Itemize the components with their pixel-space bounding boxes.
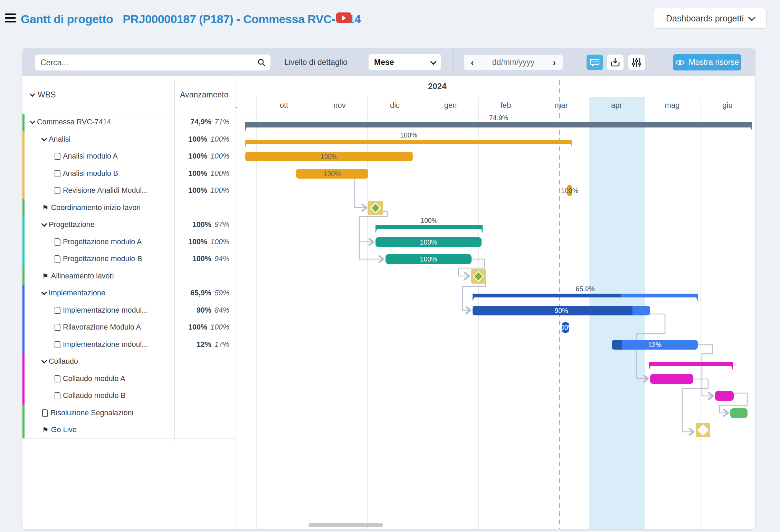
document-icon [42, 409, 48, 417]
project-title: PRJ00000187 (P187) - Commessa RVC-7414 [123, 12, 361, 26]
wbs-row[interactable]: Commessa RVC-741474,9%71% [22, 114, 236, 131]
milestone-diamond-icon [473, 270, 484, 282]
task-bar[interactable] [730, 408, 748, 418]
app-title: Gantt di progetto [21, 12, 113, 26]
task-bar[interactable]: 90% [473, 306, 650, 315]
progress-values: 100%100% [188, 182, 229, 199]
wbs-column-header[interactable]: WBS [30, 76, 56, 114]
wbs-row[interactable]: Collaudo modulo A [22, 370, 236, 388]
month-gridline [312, 97, 313, 529]
progress-values: 100%100% [188, 131, 229, 148]
progress-planned: 59% [215, 289, 229, 297]
milestone-marker[interactable] [368, 201, 383, 215]
wbs-row[interactable]: Revisione Analidi Modul...100%100% [22, 182, 236, 199]
row-color-strip [22, 302, 25, 319]
wbs-row[interactable]: ⚑Coordinamento inizio lavori [22, 199, 236, 217]
row-color-strip [22, 353, 25, 370]
wbs-row[interactable]: Progettazione100%97% [22, 216, 236, 234]
gantt-chart: 2024 setottnovdicgenfebmaraprmaggiu 74.9… [236, 76, 755, 529]
task-bar[interactable]: 12% [612, 340, 698, 350]
bar-percent-label: 12% [612, 340, 698, 350]
search-input[interactable] [35, 55, 270, 70]
wbs-row[interactable]: Analisi100%100% [22, 131, 236, 148]
menu-icon[interactable] [5, 13, 16, 23]
wbs-panel-header: WBS Avanzamento [22, 76, 236, 114]
document-icon [55, 392, 60, 399]
milestone-marker[interactable] [696, 423, 710, 437]
wbs-row[interactable]: Progettazione modulo A100%100% [22, 234, 236, 251]
task-bar[interactable] [715, 391, 734, 401]
task-bar[interactable]: 100% [296, 169, 368, 179]
chevron-down-icon [430, 58, 436, 65]
date-input[interactable]: dd/mm/yyyy [492, 58, 535, 67]
wbs-row[interactable]: Implementazione mdoul...12%17% [22, 336, 236, 353]
wbs-row[interactable]: Rilavorazione Modulo A100%100% [22, 319, 236, 336]
wbs-row[interactable]: Collaudo [22, 353, 236, 370]
summary-bar[interactable] [375, 225, 483, 233]
wbs-row[interactable]: Risoluzione Segnalazioni [22, 405, 236, 422]
show-resources-button[interactable]: Mostra risorse [673, 54, 741, 70]
row-color-strip [22, 148, 25, 165]
bar-percent-label: 100% [384, 131, 433, 139]
summary-bar[interactable] [245, 122, 752, 131]
progress-actual: 74,9% [190, 118, 211, 126]
bar-percent-label: 100% [296, 169, 368, 179]
toolbar-separator [658, 48, 658, 76]
youtube-icon[interactable] [336, 12, 351, 23]
date-navigator: ‹ dd/mm/yyyy › [464, 55, 563, 70]
task-bar[interactable] [650, 374, 693, 384]
year-boundary-line [423, 76, 424, 97]
milestone-marker[interactable] [471, 269, 486, 284]
chevron-down-icon [30, 91, 35, 97]
export-button[interactable] [607, 55, 624, 70]
toolbar-separator [453, 48, 454, 76]
summary-bar[interactable] [245, 140, 572, 148]
row-label: Analisi modulo A [55, 148, 118, 165]
task-bar[interactable]: 100% [386, 254, 472, 264]
bar-percent-label: 90% [473, 306, 650, 315]
progress-planned: 17% [215, 340, 229, 349]
summary-bar[interactable] [649, 362, 733, 370]
row-label: Implementazione modul... [55, 302, 148, 319]
task-bar[interactable]: 100% [375, 237, 482, 247]
wbs-row[interactable]: Analisi modulo B100%100% [22, 165, 236, 182]
document-icon [55, 307, 60, 314]
header-divider [22, 114, 236, 114]
month-label: apr [598, 97, 636, 114]
row-color-strip [22, 421, 25, 439]
row-color-strip [22, 234, 25, 251]
row-color-strip [22, 165, 25, 182]
summary-bar[interactable] [473, 294, 698, 301]
row-color-strip [22, 216, 25, 234]
task-bar[interactable]: 100% [245, 152, 413, 161]
wbs-row[interactable]: ⚑Go Live [22, 421, 236, 439]
wbs-row[interactable]: Collaudo modulo B [22, 387, 236, 405]
month-gridline [700, 97, 701, 529]
chevron-down-icon [748, 13, 755, 21]
detail-level-select[interactable]: Mese [369, 54, 441, 70]
wbs-row[interactable]: Progettazione modulo B100%94% [22, 250, 236, 268]
bar-percent-label: 100% [375, 237, 482, 247]
wbs-row[interactable]: Implementazione65,9%59% [22, 285, 236, 302]
dashboards-button[interactable]: Dashboards progetti [654, 8, 767, 29]
comments-button[interactable] [587, 55, 603, 70]
wbs-row[interactable]: Analisi modulo A100%100% [22, 148, 236, 165]
chevron-down-icon [41, 135, 47, 141]
wbs-row[interactable]: ⚑Allineamento lavori [22, 268, 236, 285]
filters-button[interactable] [628, 55, 645, 70]
progress-planned: 94% [215, 255, 229, 263]
next-date-button[interactable]: › [553, 58, 556, 67]
row-color-strip [22, 336, 25, 353]
progress-actual: 65,9% [190, 289, 211, 297]
milestone-flag-icon: ⚑ [42, 204, 49, 211]
horizontal-scrollbar[interactable] [308, 523, 383, 527]
document-icon [55, 341, 60, 348]
wbs-row[interactable]: Implementazione modul...90%84% [22, 302, 236, 319]
prev-date-button[interactable]: ‹ [471, 58, 474, 67]
progress-values: 65,9%59% [190, 285, 229, 302]
row-label: ⚑Allineamento lavori [42, 268, 114, 285]
search-icon [257, 58, 266, 67]
row-label: Progettazione modulo B [55, 250, 142, 268]
gantt-app: Gantt di progetto PRJ00000187 (P187) - C… [0, 0, 780, 532]
progress-planned: 71% [215, 118, 229, 126]
